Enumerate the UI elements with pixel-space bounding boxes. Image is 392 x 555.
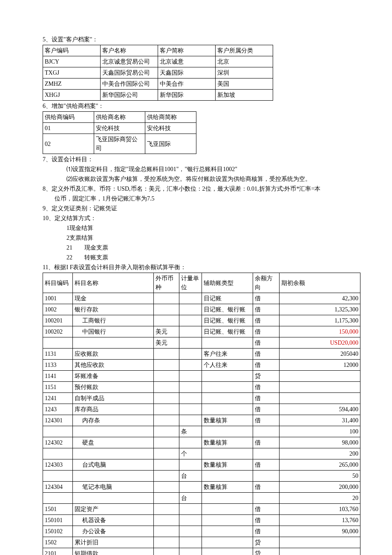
cell-aux [202, 404, 253, 415]
cell-code [43, 426, 73, 437]
cell-currency [153, 448, 179, 459]
cell-unit [179, 371, 202, 382]
cell-unit [179, 326, 202, 337]
col-customer-name: 客户名称 [101, 45, 158, 56]
settlement-item-num: 22 [66, 253, 84, 262]
section-8-line1: 8、定义外币及汇率。币符：USD,币名：美元，汇率小数位：2位，最大误差：0.0… [43, 184, 349, 193]
cell-name: 坏账准备 [72, 371, 153, 382]
cell-unit [179, 382, 202, 393]
table-row: BJCY北京诚意贸易公司北京诚意北京 [43, 56, 273, 67]
cell-aux [202, 371, 253, 382]
cell-aux: 数量核算 [202, 459, 253, 471]
section-5-title: 5、设置"客户档案"： [43, 35, 349, 44]
settlement-item: 2支票结算 [43, 233, 349, 242]
cell-balance: 594,400 [280, 404, 360, 415]
table-row: XHGJ新华国际公司新华国际新加坡 [43, 90, 273, 101]
cell-name [72, 337, 153, 349]
cell-code: 124302 [43, 437, 73, 448]
cell-dir [253, 493, 280, 504]
table-row: 1151预付账款借 [43, 382, 360, 393]
cell-balance: 265,000 [280, 459, 360, 471]
table-row: 2101短期借款贷 [43, 548, 360, 555]
cell-dir [253, 471, 280, 482]
table-row: 150102办公设备借90,000 [43, 526, 360, 537]
table-cell: ZMHZ [43, 78, 101, 90]
settlement-item: 1现金结算 [43, 224, 349, 232]
cell-code [43, 337, 73, 349]
cell-currency [153, 315, 179, 326]
cell-code: 1002 [43, 304, 73, 315]
cell-currency [153, 382, 179, 393]
col-acct-name: 科目名称 [72, 273, 153, 293]
cell-code: 124304 [43, 482, 73, 493]
cell-unit [179, 548, 202, 555]
table-row: 1243库存商品借594,400 [43, 404, 360, 415]
cell-aux: 日记账、银行账 [202, 326, 253, 337]
cell-name: 笔记本电脑 [72, 482, 153, 493]
cell-balance: 100 [280, 426, 360, 437]
cell-code: 100201 [43, 315, 73, 326]
cell-code: 1501 [43, 504, 73, 515]
table-cell: 中美合作国际公司 [101, 78, 158, 90]
cell-unit [179, 337, 202, 349]
cell-name: 机器设备 [72, 515, 153, 526]
col-supplier-short: 供给商简称 [145, 112, 196, 123]
table-cell: 新加坡 [216, 90, 273, 101]
col-acct-code: 科目编码 [43, 273, 73, 293]
cell-unit [179, 526, 202, 537]
table-row: 124304笔记本电脑数量核算借200,000 [43, 482, 360, 493]
cell-currency [153, 515, 179, 526]
cell-dir: 借 [253, 326, 280, 337]
col-unit: 计量单位 [179, 273, 202, 293]
cell-dir: 借 [253, 337, 280, 349]
cell-currency [153, 548, 179, 555]
cell-currency [153, 493, 179, 504]
table-row: 1241自制半成品借 [43, 393, 360, 404]
cell-dir: 借 [253, 293, 280, 304]
cell-name [72, 493, 153, 504]
cell-code: 150101 [43, 515, 73, 526]
cell-code: 150102 [43, 526, 73, 537]
table-cell: 中美合作 [158, 78, 216, 90]
table-cell: 北京诚意贸易公司 [101, 56, 158, 67]
cell-name: 办公设备 [72, 526, 153, 537]
cell-currency [153, 415, 179, 426]
cell-balance: 90,000 [280, 526, 360, 537]
cell-name [72, 426, 153, 437]
table-row: 124302硬盘数量核算借98,000 [43, 437, 360, 448]
cell-currency [153, 471, 179, 482]
cell-code [43, 493, 73, 504]
cell-dir: 借 [253, 526, 280, 537]
cell-balance: 42,300 [280, 293, 360, 304]
table-row: 1002银行存款日记账、银行账借1,325,300 [43, 304, 360, 315]
table-cell: 北京诚意 [158, 56, 216, 67]
table-row: 个200 [43, 448, 360, 459]
cell-aux [202, 471, 253, 482]
cell-name [72, 448, 153, 459]
cell-aux [202, 448, 253, 459]
cell-currency [153, 371, 179, 382]
cell-aux [202, 393, 253, 404]
table-header-row: 科目编码 科目名称 外币币种 计量单位 辅助账类型 余额方向 期初余额 [43, 273, 360, 293]
customer-table: 客户编码 客户名称 客户简称 客户所属分类 BJCY北京诚意贸易公司北京诚意北京… [43, 45, 273, 101]
cell-code: 124301 [43, 415, 73, 426]
cell-aux: 日记账 [202, 293, 253, 304]
cell-name: 预付账款 [72, 382, 153, 393]
cell-aux: 日记账、银行账 [202, 315, 253, 326]
cell-code: 1001 [43, 293, 73, 304]
table-cell: 新华国际公司 [101, 90, 158, 101]
cell-dir: 贷 [253, 548, 280, 555]
cell-dir: 借 [253, 304, 280, 315]
cell-aux [202, 504, 253, 515]
cell-balance: 20 [280, 493, 360, 504]
cell-balance: 50 [280, 471, 360, 482]
cell-name: 硬盘 [72, 437, 153, 448]
cell-balance: 31,400 [280, 415, 360, 426]
cell-unit [179, 293, 202, 304]
cell-balance [280, 393, 360, 404]
cell-dir: 借 [253, 360, 280, 371]
table-row: 台50 [43, 471, 360, 482]
cell-code: 1243 [43, 404, 73, 415]
cell-balance: 12000 [280, 360, 360, 371]
cell-currency [153, 526, 179, 537]
